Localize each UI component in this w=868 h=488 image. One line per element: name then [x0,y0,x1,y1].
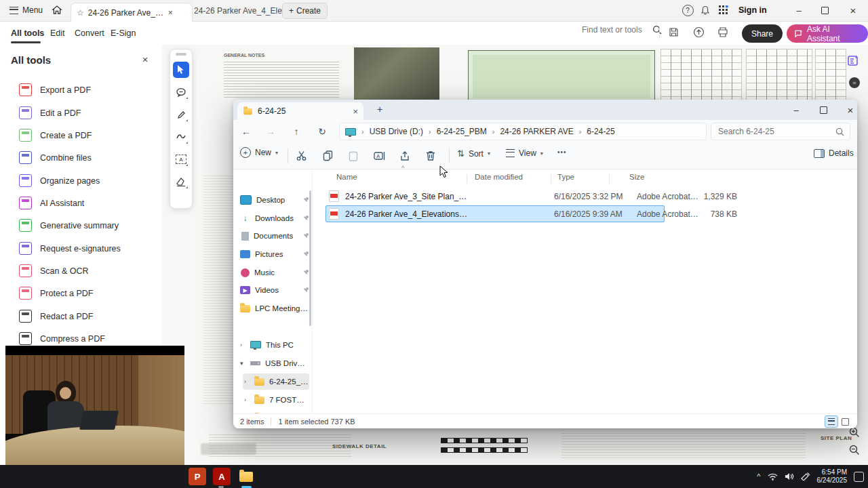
close-panel-icon[interactable]: × [142,54,148,65]
tab-all-tools[interactable]: All tools [11,28,44,38]
tab-esign[interactable]: E-Sign [111,28,136,38]
tool-protect-pdf[interactable]: Protect a PDF [0,282,161,304]
column-divider[interactable] [551,174,551,184]
star-icon[interactable]: ☆ [77,8,84,18]
tool-redact-pdf[interactable]: Redact a PDF [0,305,161,327]
sidebar-scrollbar[interactable] [309,190,311,326]
explorer-close-button[interactable]: × [841,100,857,119]
back-button[interactable]: ← [237,123,255,140]
explorer-maximize-button[interactable] [814,100,833,119]
document-tab-active[interactable]: ☆ 24-26 Parker Ave_3_Site... × [71,3,193,22]
save-icon[interactable] [669,27,679,37]
apps-grid-icon[interactable] [719,5,728,15]
comments-panel-icon[interactable]: = [849,77,860,88]
tree-item-usb-drive[interactable]: ▾USB Drive (D:) [239,355,309,371]
column-header-size[interactable]: Size [629,173,644,181]
help-icon[interactable]: ? [678,1,697,20]
column-divider[interactable] [609,174,610,184]
sidebar-item-downloads[interactable]: ↓Downloads [239,210,309,226]
sign-in-button[interactable]: Sign in [738,5,767,15]
notification-center-icon[interactable] [854,472,864,482]
tree-item-6-24-25-pbm[interactable]: ›6-24-25_PBM [243,373,309,390]
sidebar-item-desktop[interactable]: Desktop [239,192,309,208]
copy-button[interactable] [317,146,338,165]
find-tool[interactable] [580,24,662,35]
refresh-button[interactable]: ↻ [313,123,331,140]
acrobat-restore-button[interactable] [815,1,834,20]
explorer-tab[interactable]: 6-24-25 × [237,102,363,120]
create-tab-button[interactable]: + Create [282,3,328,19]
ask-ai-assistant-button[interactable]: Ask AI Assistant [787,24,868,43]
sidebar-item-videos[interactable]: ▶Videos [239,282,309,298]
tree-item-this-pc[interactable]: ›This PC [239,337,309,353]
search-icon[interactable] [652,25,662,35]
sidebar-item-documents[interactable]: Documents [239,228,309,244]
tool-organize-pages[interactable]: Organize pages [0,169,161,192]
details-pane-button[interactable]: Details [814,148,854,158]
explorer-search-input[interactable] [717,126,828,137]
zoom-out-icon[interactable] [849,445,860,455]
forward-button[interactable]: → [262,123,279,140]
generative-summary-panel-icon[interactable] [848,56,859,69]
delete-button[interactable] [420,146,441,165]
taskbar-powerpoint-icon[interactable]: P [189,468,206,485]
find-input[interactable] [580,24,648,35]
icons-view-toggle[interactable] [838,415,852,428]
breadcrumb-pbm[interactable]: 6-24-25_PBM [437,127,487,136]
column-header-date[interactable]: Date modified [475,173,523,181]
highlight-tool[interactable] [173,106,189,123]
acrobat-menu-button[interactable]: Menu [9,5,43,15]
taskbar-explorer-icon[interactable] [237,468,255,485]
sidebar-item-music[interactable]: Music [239,264,309,281]
tool-edit-pdf[interactable]: Edit a PDF [0,102,161,124]
drag-handle[interactable] [176,53,186,56]
acrobat-close-button[interactable]: × [844,1,863,20]
select-tool[interactable] [173,62,189,78]
share-button[interactable]: Share [742,24,783,43]
chevron-right-icon[interactable]: › [244,396,250,403]
notifications-bell-icon[interactable] [701,5,710,16]
new-button[interactable]: + New ▾ [240,147,278,158]
tool-scan-ocr[interactable]: Scan & OCR [0,260,161,282]
tab-convert[interactable]: Convert [75,28,104,38]
print-icon[interactable] [717,27,728,37]
comment-tool[interactable] [173,84,189,100]
file-row-elevations-selected[interactable]: 24-26 Parker Ave_4_Elevations_6-16-25-a1… [326,205,665,222]
breadcrumb-current[interactable]: 6-24-25 [587,127,614,136]
draw-tool[interactable] [173,129,189,145]
share-button[interactable] [395,146,415,165]
cut-button[interactable] [292,146,312,165]
tool-ai-assistant[interactable]: AI Assistant [0,192,161,214]
add-text-tool[interactable]: A [173,151,189,167]
tray-chevron-up-icon[interactable]: ^ [757,472,760,481]
file-row-site-plan[interactable]: 24-26 Parker Ave_3_Site Plan_6-16-25 6/1… [326,188,665,205]
close-tab-icon[interactable]: × [353,106,358,117]
rename-button[interactable]: A [369,146,389,165]
details-view-toggle[interactable] [825,415,838,428]
up-button[interactable]: ↑ [288,123,305,140]
wifi-icon[interactable] [768,473,778,481]
volume-icon[interactable] [785,472,794,481]
column-header-name[interactable]: Name [336,173,357,181]
chevron-right-icon[interactable]: › [240,342,245,348]
sort-button[interactable]: ⇅ Sort ▾ [457,148,490,159]
close-tab-icon[interactable]: × [168,8,173,18]
tool-create-pdf[interactable]: Create a PDF [0,124,161,146]
tool-combine-files[interactable]: Combine files [0,146,161,169]
explorer-minimize-button[interactable]: – [787,100,806,119]
column-header-type[interactable]: Type [557,173,574,181]
breadcrumb-usb-drive[interactable]: USB Drive (D:) [370,127,423,136]
tree-item-7-foster[interactable]: ›7 FOSTER STRE [243,392,309,408]
sidebar-item-pictures[interactable]: Pictures [239,246,309,262]
column-divider[interactable] [467,174,467,184]
chevron-down-icon[interactable]: ▾ [240,360,245,367]
upload-cloud-icon[interactable] [693,26,705,38]
paste-button[interactable] [343,146,363,165]
tool-request-esignatures[interactable]: Request e-signatures [0,237,161,260]
taskbar-acrobat-icon[interactable]: A [213,468,231,485]
breadcrumb-parker-ave[interactable]: 24-26 PARKER AVE [500,127,573,136]
home-icon[interactable] [52,5,62,16]
taskbar-clock[interactable]: 6:54 PM 6/24/2025 [817,468,848,485]
chevron-right-icon[interactable]: › [244,378,250,385]
pen-input-icon[interactable] [801,472,810,481]
